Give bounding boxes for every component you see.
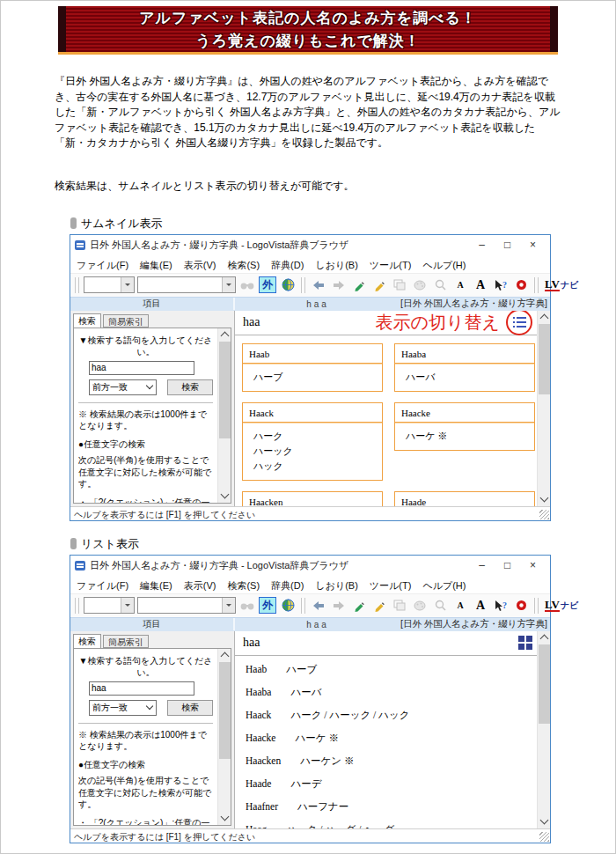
scroll-up-icon[interactable]	[538, 311, 551, 324]
dictionary-select-button[interactable]: 外	[259, 597, 276, 614]
scrollbar-thumb[interactable]	[539, 644, 550, 724]
minimize-button[interactable]: –	[469, 559, 495, 571]
scrollbar-thumb[interactable]	[219, 342, 231, 438]
chevron-down-icon[interactable]	[121, 598, 134, 613]
menu-file[interactable]: ファイル(F)	[77, 259, 128, 273]
close-button[interactable]: ×	[520, 559, 546, 571]
entry-card[interactable]: Haacke ハーケ ※	[394, 402, 535, 451]
marker-pen-green-icon[interactable]	[350, 597, 368, 615]
search-input[interactable]	[89, 681, 194, 696]
search-term-combobox[interactable]	[137, 597, 236, 614]
dictionary-select-button[interactable]: 外	[259, 276, 276, 293]
title-bar[interactable]: 日外 外国人名よみ方・綴り方字典 - LogoVista辞典ブラウザ – □ ×	[70, 235, 550, 255]
lv-navi-button[interactable]: LV ナビ	[545, 599, 578, 612]
toolbar-grip[interactable]	[301, 277, 305, 293]
toolbar-grip[interactable]	[301, 598, 305, 614]
match-type-select[interactable]: 前方一致	[89, 700, 157, 716]
web-globe-icon[interactable]	[279, 276, 297, 294]
context-help-icon[interactable]: ?	[492, 276, 510, 294]
marker-pen-yellow-icon[interactable]	[370, 597, 388, 615]
toolbar-grip[interactable]	[534, 277, 539, 293]
binoculars-search-icon[interactable]	[238, 276, 256, 294]
menu-bookmark[interactable]: しおり(B)	[315, 579, 357, 593]
chevron-down-icon[interactable]	[222, 277, 235, 292]
tab-index[interactable]: 簡易索引	[103, 635, 149, 648]
palette-icon[interactable]	[411, 276, 429, 294]
zoom-magnifier-icon[interactable]	[431, 597, 449, 615]
history-combobox[interactable]	[84, 597, 135, 614]
palette-icon[interactable]	[411, 597, 429, 615]
toolbar-grip[interactable]	[75, 598, 79, 614]
content-scrollbar[interactable]	[537, 631, 550, 828]
search-input[interactable]	[89, 361, 194, 375]
menu-help[interactable]: ヘルプ(H)	[422, 259, 466, 273]
entry-card[interactable]: Haade ハーデ	[394, 491, 535, 506]
binoculars-search-icon[interactable]	[238, 597, 256, 615]
scrollbar-thumb[interactable]	[219, 662, 231, 759]
menu-edit[interactable]: 編集(E)	[140, 259, 172, 273]
title-bar[interactable]: 日外 外国人名よみ方・綴り方字典 - LogoVista辞典ブラウザ – □ ×	[70, 556, 550, 576]
tab-search[interactable]: 検索	[73, 634, 101, 649]
maximize-button[interactable]: □	[495, 239, 520, 251]
web-globe-icon[interactable]	[279, 597, 297, 615]
list-item[interactable]: Haafnerハーフナー	[246, 800, 541, 814]
menu-tools[interactable]: ツール(T)	[370, 579, 412, 593]
panel-scrollbar[interactable]	[217, 328, 231, 503]
chevron-down-icon[interactable]	[222, 598, 235, 613]
list-item[interactable]: Haackeハーケ ※	[246, 732, 541, 745]
list-view-toggle-button[interactable]	[506, 311, 532, 336]
scroll-up-icon[interactable]	[218, 649, 231, 662]
minimize-button[interactable]: –	[469, 239, 495, 251]
scroll-up-icon[interactable]	[538, 631, 551, 644]
entry-card[interactable]: Haacken ハーケン ※	[242, 491, 383, 506]
entry-card[interactable]: Haaba ハーバ	[394, 343, 535, 392]
context-help-icon[interactable]: ?	[492, 597, 510, 615]
menu-view[interactable]: 表示(V)	[184, 579, 216, 593]
forward-arrow-icon[interactable]	[330, 597, 348, 615]
list-item[interactable]: Haackenハーケン ※	[246, 755, 541, 768]
menu-view[interactable]: 表示(V)	[184, 259, 216, 273]
pronounce-stop-icon[interactable]	[512, 276, 530, 294]
resize-grip[interactable]	[539, 832, 549, 842]
match-type-select[interactable]: 前方一致	[89, 379, 157, 395]
menu-search[interactable]: 検索(S)	[227, 259, 260, 273]
list-item[interactable]: Haadeハーデ	[246, 777, 541, 791]
forward-arrow-icon[interactable]	[330, 276, 348, 294]
maximize-button[interactable]: □	[495, 559, 520, 571]
tab-search[interactable]: 検索	[73, 313, 101, 328]
scroll-down-icon[interactable]	[538, 815, 551, 828]
history-combobox[interactable]	[84, 276, 135, 293]
thumbnail-view-toggle-button[interactable]	[518, 636, 532, 650]
scroll-down-icon[interactable]	[218, 490, 231, 503]
menu-search[interactable]: 検索(S)	[227, 579, 260, 593]
search-button[interactable]: 検索	[167, 700, 213, 716]
marker-pen-yellow-icon[interactable]	[370, 276, 388, 294]
scroll-down-icon[interactable]	[218, 812, 231, 825]
menu-file[interactable]: ファイル(F)	[77, 579, 128, 593]
back-arrow-icon[interactable]	[310, 276, 327, 294]
font-large-button[interactable]: A	[472, 597, 489, 615]
entry-card[interactable]: Haab ハーブ	[242, 343, 383, 392]
menu-dictionary[interactable]: 辞典(D)	[271, 259, 304, 273]
scroll-up-icon[interactable]	[218, 328, 231, 342]
search-button[interactable]: 検索	[167, 379, 213, 395]
font-large-button[interactable]: A	[472, 276, 489, 294]
menu-bookmark[interactable]: しおり(B)	[315, 259, 357, 273]
lv-navi-button[interactable]: LV ナビ	[545, 278, 578, 291]
scrollbar-thumb[interactable]	[539, 324, 550, 394]
menu-edit[interactable]: 編集(E)	[140, 579, 172, 593]
list-item[interactable]: Haabハーブ	[246, 663, 541, 676]
zoom-magnifier-icon[interactable]	[431, 276, 449, 294]
panel-scrollbar[interactable]	[217, 649, 231, 825]
resize-grip[interactable]	[539, 510, 549, 519]
pronounce-stop-icon[interactable]	[512, 597, 530, 615]
close-button[interactable]: ×	[520, 239, 546, 251]
toolbar-grip[interactable]	[75, 277, 79, 293]
list-item[interactable]: Haackハーク / ハーック / ハック	[246, 709, 541, 722]
menu-help[interactable]: ヘルプ(H)	[422, 579, 466, 593]
menu-dictionary[interactable]: 辞典(D)	[271, 579, 304, 593]
chevron-down-icon[interactable]	[121, 277, 134, 292]
content-scrollbar[interactable]	[537, 311, 550, 506]
search-term-combobox[interactable]	[137, 276, 236, 293]
list-item[interactable]: Haabaハーバ	[246, 686, 541, 699]
